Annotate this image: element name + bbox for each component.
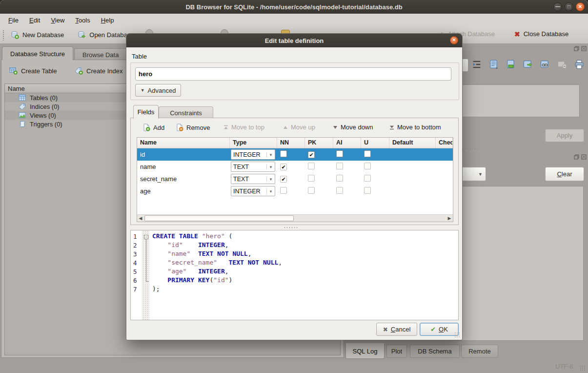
scroll-left-icon[interactable]: ◀ (137, 215, 144, 222)
move-down-button[interactable]: Move down (330, 122, 376, 133)
move-to-top-label: Move to top (231, 124, 264, 131)
fields-hscrollbar[interactable]: ◀ ▶ (137, 214, 453, 222)
ai-checkbox[interactable] (336, 175, 343, 182)
fields-hscroll-thumb[interactable] (144, 215, 294, 221)
menu-edit[interactable]: Edit (24, 15, 45, 25)
move-up-button[interactable]: Move up (280, 122, 318, 133)
dialog-splitter-handle[interactable] (284, 227, 297, 228)
u-checkbox[interactable] (364, 163, 371, 169)
column-header-ai[interactable]: AI (333, 138, 361, 148)
u-checkbox[interactable] (364, 187, 371, 194)
fields-grid-header[interactable]: NameTypeNNPKAIUDefaultCheck (137, 138, 453, 148)
menu-help[interactable]: Help (96, 15, 120, 25)
field-name: name (137, 163, 230, 170)
tab-db-schema[interactable]: DB Schema (410, 345, 460, 358)
ai-checkbox[interactable] (336, 163, 343, 169)
tab-remote[interactable]: Remote (461, 345, 498, 358)
create-index-button[interactable]: Create Index (71, 65, 126, 77)
open-in-app-icon[interactable] (523, 59, 533, 70)
nn-checkbox[interactable]: ✔ (280, 164, 287, 170)
pk-checkbox[interactable] (308, 175, 315, 182)
window-titlebar[interactable]: DB Browser for SQLite - /home/user/code/… (0, 0, 588, 14)
move-down-label: Move down (341, 124, 373, 131)
minimize-button[interactable]: — (553, 2, 562, 11)
encoding-indicator[interactable]: UTF-8 (555, 363, 573, 370)
table-label: Table (132, 53, 147, 60)
pk-checkbox[interactable]: ✔ (308, 151, 315, 158)
close-button[interactable]: ✕ (576, 2, 585, 11)
field-row-secret-name[interactable]: secret_nameTEXT▾✔ (137, 173, 453, 185)
dialog-titlebar[interactable]: Edit table definition ✕ (126, 34, 462, 47)
column-header-u[interactable]: U (361, 138, 389, 148)
type-combobox[interactable]: INTEGER▾ (231, 149, 275, 160)
add-field-button[interactable]: Add (140, 122, 167, 133)
resize-grip[interactable] (580, 365, 586, 372)
type-combobox[interactable]: TEXT▾ (231, 162, 275, 172)
column-header-check[interactable]: Check (436, 138, 453, 148)
dialog-resize-grip[interactable] (454, 332, 460, 338)
menu-file[interactable]: File (3, 15, 24, 25)
cancel-button[interactable]: ✖ Cancel (376, 323, 417, 336)
advanced-button[interactable]: ▼ Advanced (135, 84, 181, 97)
tab-plot[interactable]: Plot (386, 345, 407, 358)
menu-view[interactable]: View (45, 15, 70, 25)
dock-float-icon[interactable] (574, 46, 579, 51)
table-name-input[interactable] (135, 67, 451, 81)
column-header-nn[interactable]: NN (277, 138, 305, 148)
print-icon[interactable] (574, 59, 585, 70)
field-pk-cell: ✔ (305, 151, 333, 158)
new-database-button[interactable]: New Database (7, 29, 68, 41)
menu-tools[interactable]: Tools (70, 15, 95, 25)
create-table-button[interactable]: Create Table (5, 65, 61, 77)
tree-item-label: Indices (0) (30, 103, 60, 110)
u-checkbox[interactable] (364, 175, 371, 182)
field-row-name[interactable]: nameTEXT▾✔ (137, 161, 453, 173)
sql-line: CREATE TABLE "hero" ( (152, 232, 282, 241)
type-combobox[interactable]: TEXT▾ (231, 174, 275, 184)
sql-preview[interactable]: 1234567 − CREATE TABLE "hero" ( "id" INT… (130, 230, 459, 320)
pk-checkbox[interactable] (308, 187, 315, 194)
tab-sql-log[interactable]: SQL Log (345, 343, 385, 359)
dialog-close-button[interactable]: ✕ (450, 36, 458, 44)
column-header-type[interactable]: Type (230, 138, 277, 148)
export-text-icon[interactable] (506, 59, 516, 70)
ok-button[interactable]: ✔ OK (420, 323, 459, 336)
clear-log-button[interactable]: Clear (545, 167, 584, 181)
tab-constraints[interactable]: Constraints (159, 106, 213, 119)
tab-browse-data[interactable]: Browse Data (74, 48, 127, 60)
apply-cell-label: Apply (557, 132, 573, 139)
cancel-label: Cancel (391, 326, 410, 333)
move-to-bottom-button[interactable]: Move to bottom (386, 122, 444, 133)
column-header-default[interactable]: Default (389, 138, 436, 148)
column-header-pk[interactable]: PK (305, 138, 333, 148)
nn-checkbox[interactable] (280, 187, 287, 194)
maximize-button[interactable]: □ (565, 2, 573, 11)
indent-icon[interactable] (471, 59, 482, 70)
close-database-button[interactable]: ✖ Close Database (510, 28, 572, 40)
dock-close-icon[interactable] (581, 46, 587, 51)
remove-field-button[interactable]: Remove (173, 122, 213, 133)
u-checkbox[interactable] (364, 150, 371, 157)
toolbar-grip[interactable] (2, 30, 5, 41)
apply-cell-button[interactable]: Apply (545, 129, 584, 142)
dock-close-icon[interactable] (581, 154, 587, 160)
field-row-age[interactable]: ageINTEGER▾ (137, 185, 453, 197)
fold-collapse-icon[interactable]: − (144, 235, 148, 239)
field-pk-cell (305, 163, 333, 171)
type-combobox[interactable]: INTEGER▾ (231, 186, 275, 196)
import-text-icon[interactable] (488, 59, 499, 70)
dock-float-icon[interactable] (574, 154, 579, 160)
nn-checkbox[interactable]: ✔ (280, 176, 287, 183)
scroll-right-icon[interactable]: ▶ (446, 215, 453, 222)
ai-checkbox[interactable] (336, 187, 343, 194)
field-row-id[interactable]: idINTEGER▾✔ (137, 148, 453, 161)
ai-checkbox[interactable] (336, 150, 343, 157)
tab-database-structure[interactable]: Database Structure (2, 46, 73, 60)
nn-checkbox[interactable] (280, 150, 287, 157)
pk-checkbox[interactable] (308, 163, 315, 169)
column-header-name[interactable]: Name (137, 138, 230, 148)
set-null-icon[interactable] (557, 59, 568, 70)
move-to-top-button[interactable]: Move to top (221, 122, 267, 133)
link-icon[interactable] (540, 59, 550, 70)
tab-fields[interactable]: Fields (133, 105, 159, 119)
